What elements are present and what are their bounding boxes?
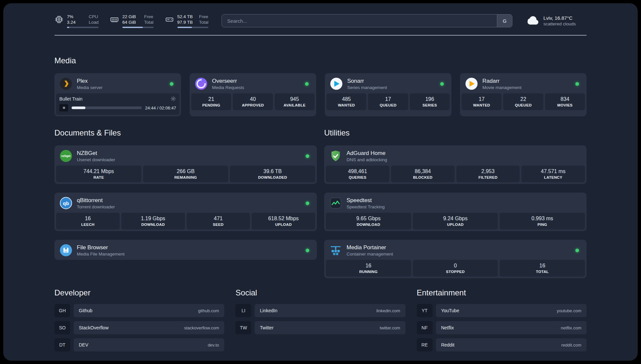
bookmark-name: YouTube <box>441 308 459 313</box>
stat-tile: 9.24 GbpsUPLOAD <box>413 213 498 229</box>
cpu-load-avg: 3.24 <box>67 19 83 25</box>
disk-usage-bar <box>177 27 209 28</box>
disk-icon <box>165 14 174 24</box>
speedtest-icon <box>329 197 342 210</box>
service-card-radarr[interactable]: Radarr Movie management 17WANTED 22QUEUE… <box>460 73 587 116</box>
bookmark-name: Twitter <box>260 325 273 330</box>
stat-tile: 39.6 TBDOWNLOADED <box>230 166 315 182</box>
sonarr-icon <box>330 77 343 90</box>
nzbget-icon: nzbget <box>59 149 73 163</box>
bookmark-name: LinkedIn <box>260 308 277 313</box>
cpu-load-label: Load <box>89 19 99 25</box>
section-media: Media Plex Media server Bullet Train <box>54 56 587 116</box>
service-desc: Torrent downloader <box>77 204 115 209</box>
service-desc: Usenet downloader <box>77 157 115 162</box>
service-name: Radarr <box>482 78 522 84</box>
weather-widget: Lviv, 16.87°C scattered clouds <box>526 14 587 28</box>
section-title-documents: Documents & Files <box>54 128 317 137</box>
playback-progress-bar <box>72 106 142 109</box>
disk-widget: 52.4 TB 97.9 TB Free Total <box>165 14 209 28</box>
stat-tile: 0STOPPED <box>413 260 498 277</box>
service-card-sonarr[interactable]: Sonarr Series management 485WANTED 17QUE… <box>325 73 451 116</box>
topbar-divider <box>54 35 587 36</box>
stat-tile: 471SEED <box>187 213 250 229</box>
service-name: Speedtest <box>347 197 385 204</box>
service-card-plex[interactable]: Plex Media server Bullet Train <box>54 73 181 116</box>
service-desc: Media server <box>77 85 103 90</box>
topbar: 7% 3.24 CPU Load <box>54 13 587 28</box>
bookmark-abbr: RE <box>417 338 433 351</box>
search-bar: G <box>222 14 512 27</box>
service-name: Media Portainer <box>347 244 393 251</box>
service-card-speedtest[interactable]: Speedtest Speedtest Tracking 9.65 GbpsDO… <box>324 193 587 231</box>
service-card-filebrowser[interactable]: File Browser Media File Management <box>54 240 317 260</box>
stat-tile: 16LEECH <box>56 213 120 229</box>
bookmark-url: github.com <box>198 308 219 313</box>
bookmark-row-reddit[interactable]: RE Redditreddit.com <box>417 338 587 351</box>
stat-tile: 618.52 MbpsUPLOAD <box>252 213 315 229</box>
bookmark-row-youtube[interactable]: YT YouTubeyoutube.com <box>417 304 587 317</box>
section-social: Social LI LinkedInlinkedin.com TW Twitte… <box>235 288 405 351</box>
disk-total-label: Total <box>199 19 209 25</box>
service-card-overseerr[interactable]: Overseerr Media Requests 21PENDING 40APP… <box>190 73 316 116</box>
stat-tile: 86,384BLOCKED <box>391 166 455 182</box>
service-desc: Media File Management <box>77 252 125 257</box>
playback-progress-fill <box>72 106 85 109</box>
pause-button[interactable] <box>59 104 68 111</box>
cpu-usage-bar <box>67 27 99 28</box>
playback-time: 24:44 / 02:06:47 <box>145 106 176 110</box>
stat-tile: 21PENDING <box>191 93 231 110</box>
portainer-icon <box>329 244 342 257</box>
service-desc: DNS and adblocking <box>347 157 387 162</box>
bookmark-name: Reddit <box>441 342 454 348</box>
service-name: AdGuard Home <box>347 150 387 157</box>
bookmark-row-dev[interactable]: DT DEVdev.to <box>54 338 224 351</box>
search-provider-button[interactable]: G <box>497 15 512 27</box>
bookmark-name: DEV <box>79 342 88 348</box>
bookmark-row-linkedin[interactable]: LI LinkedInlinkedin.com <box>235 304 405 317</box>
bookmark-name: Netflix <box>441 325 454 330</box>
bookmark-abbr: SO <box>54 321 70 334</box>
bookmark-row-github[interactable]: GH Githubgithub.com <box>54 304 224 317</box>
adguard-icon <box>329 149 342 163</box>
plex-icon <box>59 77 73 90</box>
now-playing-title: Bullet Train <box>59 96 82 102</box>
bookmark-abbr: NF <box>417 321 433 334</box>
service-card-nzbget[interactable]: nzbget NZBGet Usenet downloader 744.21 M… <box>54 145 317 184</box>
stat-tile: 744.21 MbpsRATE <box>56 166 141 182</box>
gear-icon[interactable] <box>170 96 176 102</box>
service-name: Plex <box>77 78 103 84</box>
bookmark-abbr: TW <box>235 321 251 334</box>
memory-usage-bar <box>122 27 154 28</box>
service-desc: Speedtest Tracking <box>347 204 385 209</box>
bookmark-url: netflix.com <box>561 325 581 330</box>
service-name: NZBGet <box>77 150 115 157</box>
bookmark-url: twitter.com <box>380 325 400 330</box>
status-dot-online <box>305 82 309 86</box>
search-input[interactable] <box>222 15 497 27</box>
memory-widget: 22 GiB 64 GiB Free Total <box>110 14 154 28</box>
bookmark-row-stackoverflow[interactable]: SO StackOverflowstackoverflow.com <box>54 321 224 334</box>
service-card-qbittorrent[interactable]: qb qBittorrent Torrent downloader 16LEEC… <box>54 193 317 231</box>
bookmark-name: StackOverflow <box>79 325 108 330</box>
service-card-adguard[interactable]: AdGuard Home DNS and adblocking 498,461Q… <box>324 145 587 184</box>
status-dot-online <box>170 82 173 86</box>
dashboard-panel: 7% 3.24 CPU Load <box>3 3 638 361</box>
service-card-portainer[interactable]: Media Portainer Container management 16R… <box>324 240 587 278</box>
cloud-icon <box>526 14 539 28</box>
filebrowser-icon <box>59 244 73 257</box>
memory-total: 64 GiB <box>122 19 139 25</box>
bookmark-row-twitter[interactable]: TW Twittertwitter.com <box>235 321 405 334</box>
bookmark-abbr: LI <box>235 304 251 317</box>
bookmark-url: reddit.com <box>561 343 581 348</box>
stat-tile: 1.19 GbpsDOWNLOAD <box>121 213 185 229</box>
status-dot-online <box>575 249 579 252</box>
bookmark-url: stackoverflow.com <box>184 325 219 330</box>
weather-location: Lviv, 16.87°C <box>543 15 576 21</box>
section-title-entertainment: Entertainment <box>417 288 587 297</box>
svg-text:qb: qb <box>63 200 69 206</box>
status-dot-online <box>306 201 309 205</box>
bookmark-row-netflix[interactable]: NF Netflixnetflix.com <box>417 321 587 334</box>
service-name: qBittorrent <box>77 197 115 204</box>
stat-tile: 47.571 msLATENCY <box>521 166 585 182</box>
